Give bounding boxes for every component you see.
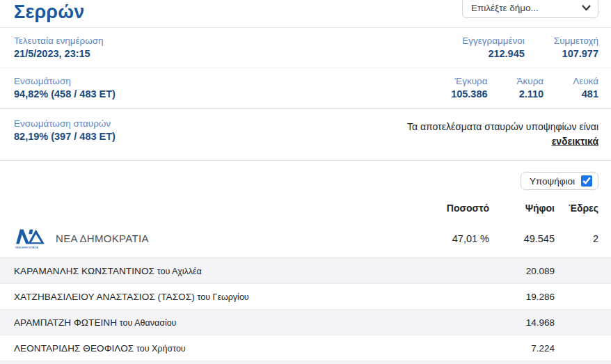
- chevron-down-icon: [582, 5, 591, 11]
- stat-label: Άκυρα: [517, 76, 544, 86]
- stats-right-group-1: Εγγεγραμμένοι 212.945 Συμμετοχή 107.977: [462, 35, 598, 59]
- stat-label: Ενσωμάτωση σταυρών: [14, 118, 116, 129]
- candidate-name-cell: ΑΡΑΜΠΑΤΖΗ ΦΩΤΕΙΝΗ του Αθανασίου: [14, 317, 413, 328]
- candidate-patronymic: του Χρήστου: [136, 344, 186, 354]
- stat-last-update: Τελευταία ενημέρωση 21/5/2023, 23:15: [14, 35, 104, 59]
- candidate-name: ΚΑΡΑΜΑΝΛΗΣ ΚΩΝΣΤΑΝΤΙΝΟΣ: [14, 266, 154, 276]
- candidate-votes: 14.968: [489, 317, 555, 328]
- party-seats: 2: [555, 233, 598, 244]
- candidate-patronymic: του Αθανασίου: [120, 318, 177, 328]
- nea-dimokratia-logo-icon: ΝΕΑ ΔΗΜΟΚΡΑΤΙΑ: [14, 225, 46, 252]
- stat-value: 94,82% (458 / 483 ΕΤ): [14, 88, 116, 100]
- candidate-row[interactable]: ΛΕΟΝΤΑΡΙΔΗΣ ΘΕΟΦΙΛΟΣ του Χρήστου 7.224: [0, 335, 611, 361]
- election-results-page: Σερρών Επιλέξτε δήμο... Τελευταία ενημέρ…: [0, 0, 611, 364]
- column-header-votes: Ψήφοι: [489, 203, 555, 214]
- page-header: Σερρών Επιλέξτε δήμο...: [0, 0, 611, 28]
- stat-cross-integration: Ενσωμάτωση σταυρών 82,19% (397 / 483 ΕΤ): [14, 118, 116, 142]
- stat-value: 21/5/2023, 23:15: [14, 48, 104, 59]
- candidates-toggle-label: Υποψήφιοι: [530, 176, 575, 187]
- party-percent: 47,01 %: [413, 233, 489, 244]
- candidate-row[interactable]: ΚΑΡΑΜΑΝΛΗΣ ΚΩΝΣΤΑΝΤΙΝΟΣ του Αχιλλέα 20.0…: [0, 258, 611, 284]
- stat-turnout: Συμμετοχή 107.977: [554, 35, 598, 59]
- controls-row: Υποψήφιοι: [0, 161, 611, 197]
- stat-valid: Έγκυρα 105.386: [451, 76, 487, 100]
- stats-right-group-2: Έγκυρα 105.386 Άκυρα 2.110 Λευκά 481: [451, 76, 598, 100]
- party-name: ΝΕΑ ΔΗΜΟΚΡΑΤΙΑ: [56, 232, 149, 244]
- stat-label: Εγγεγραμμένοι: [462, 35, 525, 46]
- stat-label: Ενσωμάτωση: [14, 76, 116, 86]
- candidate-votes: 19.286: [489, 292, 555, 302]
- stat-blank: Λευκά 481: [573, 76, 598, 100]
- stat-label: Συμμετοχή: [554, 35, 598, 46]
- candidate-name: ΧΑΤΖΗΒΑΣΙΛΕΙΟΥ ΑΝΑΣΤΑΣΙΟΣ (ΤΑΣΟΣ): [14, 292, 195, 302]
- municipality-select-value: Επιλέξτε δήμο...: [471, 3, 539, 13]
- more-candidates-row[interactable]: 3 ακόμα υποψήφιοι ...: [0, 361, 611, 364]
- stat-value: 82,19% (397 / 483 ΕΤ): [14, 131, 116, 142]
- candidate-row[interactable]: ΑΡΑΜΠΑΤΖΗ ΦΩΤΕΙΝΗ του Αθανασίου 14.968: [0, 310, 611, 335]
- indicative-note: Τα αποτελέσματα σταυρών υποψηφίων είναι …: [407, 118, 598, 149]
- party-votes: 49.545: [489, 233, 555, 244]
- candidate-name-cell: ΧΑΤΖΗΒΑΣΙΛΕΙΟΥ ΑΝΑΣΤΑΣΙΟΣ (ΤΑΣΟΣ) του Γε…: [14, 292, 413, 302]
- column-header-seats: Έδρες: [555, 203, 598, 214]
- candidate-name-cell: ΛΕΟΝΤΑΡΙΔΗΣ ΘΕΟΦΙΛΟΣ του Χρήστου: [14, 343, 413, 354]
- party-row[interactable]: ΝΕΑ ΔΗΜΟΚΡΑΤΙΑ ΝΕΑ ΔΗΜΟΚΡΑΤΙΑ 47,01 % 49…: [0, 219, 611, 258]
- stats-row-1: Τελευταία ενημέρωση 21/5/2023, 23:15 Εγγ…: [0, 28, 611, 68]
- stat-value: 212.945: [462, 48, 525, 59]
- stat-value: 107.977: [554, 48, 598, 59]
- candidate-name-cell: ΚΑΡΑΜΑΝΛΗΣ ΚΩΝΣΤΑΝΤΙΝΟΣ του Αχιλλέα: [14, 266, 413, 276]
- stat-label: Έγκυρα: [451, 76, 487, 86]
- municipality-select[interactable]: Επιλέξτε δήμο...: [462, 0, 598, 18]
- column-header-percent: Ποσοστό: [413, 203, 489, 214]
- candidate-patronymic: του Αχιλλέα: [157, 267, 202, 276]
- candidate-row[interactable]: ΧΑΤΖΗΒΑΣΙΛΕΙΟΥ ΑΝΑΣΤΑΣΙΟΣ (ΤΑΣΟΣ) του Γε…: [0, 284, 611, 310]
- results-table-header: Ποσοστό Ψήφοι Έδρες: [0, 197, 611, 219]
- stat-invalid: Άκυρα 2.110: [517, 76, 544, 100]
- indicative-link[interactable]: ενδεικτικά: [552, 136, 598, 147]
- stat-value: 2.110: [517, 88, 544, 100]
- candidate-name: ΑΡΑΜΠΑΤΖΗ ΦΩΤΕΙΝΗ: [14, 317, 117, 328]
- stat-label: Λευκά: [573, 76, 598, 86]
- indicative-note-text: Τα αποτελέσματα σταυρών υποψηφίων είναι: [407, 121, 598, 132]
- svg-text:ΝΕΑ ΔΗΜΟΚΡΑΤΙΑ: ΝΕΑ ΔΗΜΟΚΡΑΤΙΑ: [15, 246, 38, 248]
- candidates-checkbox[interactable]: [581, 175, 592, 187]
- stat-label: Τελευταία ενημέρωση: [14, 35, 104, 46]
- stat-registered: Εγγεγραμμένοι 212.945: [462, 35, 525, 59]
- stat-value: 481: [573, 88, 598, 100]
- candidate-name: ΛΕΟΝΤΑΡΙΔΗΣ ΘΕΟΦΙΛΟΣ: [14, 343, 134, 354]
- cross-integration-row: Ενσωμάτωση σταυρών 82,19% (397 / 483 ΕΤ)…: [0, 109, 611, 161]
- candidate-patronymic: του Γεωργίου: [198, 292, 249, 302]
- party-cell: ΝΕΑ ΔΗΜΟΚΡΑΤΙΑ ΝΕΑ ΔΗΜΟΚΡΑΤΙΑ: [14, 225, 413, 252]
- stat-integration: Ενσωμάτωση 94,82% (458 / 483 ΕΤ): [14, 76, 116, 100]
- stat-value: 105.386: [451, 88, 487, 100]
- page-title: Σερρών: [14, 0, 84, 23]
- candidate-votes: 7.224: [489, 343, 555, 354]
- stats-row-2: Ενσωμάτωση 94,82% (458 / 483 ΕΤ) Έγκυρα …: [0, 68, 611, 109]
- candidate-votes: 20.089: [489, 266, 555, 276]
- candidates-toggle[interactable]: Υποψήφιοι: [521, 172, 598, 190]
